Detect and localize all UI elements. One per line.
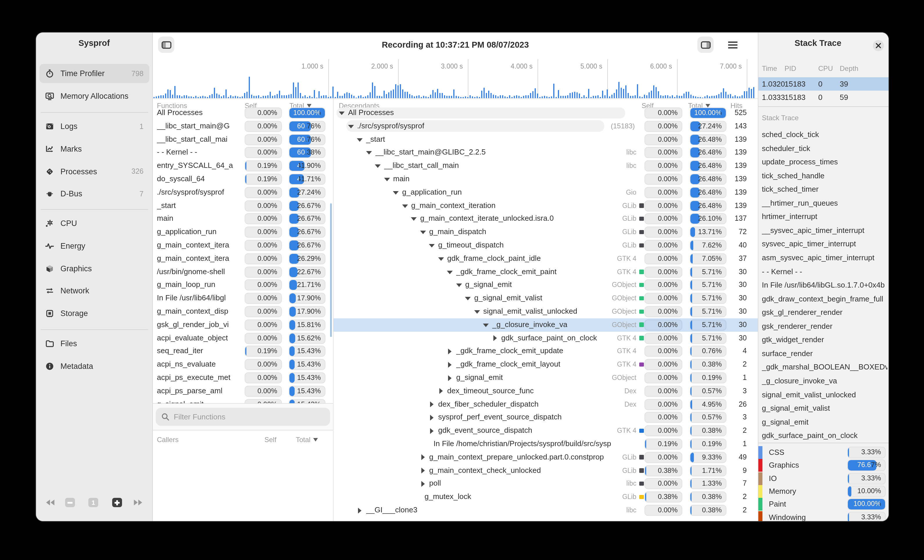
expander-open-icon[interactable] [438, 258, 444, 261]
descendant-row[interactable]: dex_fiber_scheduler_dispatchDex0.00%4.95… [334, 398, 758, 411]
sidebar-item-memory-allocations[interactable]: Memory Allocations [39, 87, 149, 106]
descendant-row[interactable]: g_signal_emitGObject0.00%5.71%5.71%30 [334, 279, 758, 292]
expander-open-icon[interactable] [429, 244, 435, 247]
function-row[interactable]: __libc_start_main@G0.00%60.76%60.76% [153, 120, 333, 133]
expander-closed-icon[interactable] [493, 335, 496, 341]
expander-open-icon[interactable] [483, 323, 489, 327]
samples-depth-header[interactable]: Depth [840, 64, 858, 73]
function-row[interactable]: /usr/bin/gnome-shell0.00%22.67%22.67% [153, 265, 333, 279]
expander-open-icon[interactable] [465, 297, 471, 300]
sidebar-item-d-bus[interactable]: D-Bus7 [39, 184, 149, 204]
expander-closed-icon[interactable] [421, 455, 424, 460]
samples-cpu-header[interactable]: CPU [818, 64, 833, 73]
expander-open-icon[interactable] [366, 151, 372, 155]
expander-open-icon[interactable] [339, 112, 345, 115]
filter-functions-input[interactable]: Filter Functions [156, 408, 330, 426]
sidebar-item-time-profiler[interactable]: Time Profiler798 [39, 64, 149, 83]
sidebar-item-marks[interactable]: Marks [39, 139, 149, 159]
expander-closed-icon[interactable] [430, 415, 434, 421]
stack-frame[interactable]: hrtimer_interrupt [762, 210, 887, 224]
stack-frame[interactable]: __hrtimer_run_queues [762, 196, 887, 210]
function-row[interactable]: main0.00%26.67%26.67% [153, 212, 333, 226]
expander-closed-icon[interactable] [448, 375, 452, 381]
callers-column-header[interactable]: Callers [157, 436, 179, 444]
stack-frame[interactable]: asm_sysvec_apic_timer_interrupt [762, 251, 887, 265]
sample-row[interactable]: 1.032015183039 [758, 77, 888, 91]
descendant-row[interactable]: dex_timeout_source_funcDex0.00%0.57%0.57… [334, 385, 758, 398]
function-row[interactable]: _start0.00%26.67%26.67% [153, 199, 333, 212]
function-row[interactable]: g_signal_emit0.00%15.43%15.43% [153, 398, 333, 403]
expander-closed-icon[interactable] [439, 388, 442, 394]
callers-self-header[interactable]: Self [264, 436, 276, 444]
sidebar-item-storage[interactable]: Storage [39, 304, 149, 323]
descendant-row[interactable]: g_main_context_iterate_unlocked.isra.0GL… [334, 212, 758, 226]
expander-open-icon[interactable] [474, 310, 480, 314]
stack-frame[interactable]: g_signal_emit_valist [762, 401, 887, 415]
close-panel-button[interactable] [873, 40, 884, 51]
stack-frame[interactable]: sysvec_apic_timer_interrupt [762, 237, 887, 251]
descendant-row[interactable]: g_signal_emitGObject0.00%0.19%0.19%1 [334, 371, 758, 385]
expander-open-icon[interactable] [348, 125, 354, 129]
expander-closed-icon[interactable] [358, 508, 362, 513]
descendant-row[interactable]: gdk_surface_paint_on_clockGTK 40.00%5.71… [334, 331, 758, 345]
stack-frame[interactable]: In File /usr/lib64/libGL.so.1.7.0+0x4b [762, 278, 887, 292]
descendant-row[interactable]: ./src/sysprof/sysprof(15183)0.00%27.24%2… [334, 120, 758, 133]
expander-closed-icon[interactable] [421, 468, 424, 473]
descendant-row[interactable]: sysprof_perf_event_source_dispatch0.00%0… [334, 411, 758, 424]
expander-closed-icon[interactable] [448, 362, 452, 367]
expander-closed-icon[interactable] [448, 349, 452, 354]
descendant-row[interactable]: __libc_start_main@GLIBC_2.2.5libc0.00%26… [334, 146, 758, 159]
zoom-in-button[interactable] [112, 498, 122, 507]
expander-open-icon[interactable] [420, 231, 426, 234]
descendant-row[interactable]: _start0.00%26.48%26.48%139 [334, 133, 758, 146]
zoom-out-button[interactable] [65, 498, 75, 507]
sidebar-item-files[interactable]: Files [39, 334, 149, 353]
stack-frame[interactable]: update_process_times [762, 155, 887, 169]
descendant-row[interactable]: __GI___clone3libc0.00%0.38%0.38%2 [334, 504, 758, 517]
descendant-row[interactable]: gdk_frame_clock_paint_idleGTK 40.00%7.05… [334, 252, 758, 265]
expander-open-icon[interactable] [447, 270, 453, 274]
sidebar-item-logs[interactable]: Logs1 [39, 117, 149, 136]
expander-closed-icon[interactable] [421, 481, 424, 487]
descendant-row[interactable]: g_main_context_check_unlockedGLib0.38%0.… [334, 464, 758, 477]
function-row[interactable]: - - Kernel - -0.00%60.38%60.38% [153, 146, 333, 159]
function-row[interactable]: acpi_ps_execute_met0.00%15.43%15.43% [153, 371, 333, 385]
descendant-row[interactable]: g_timeout_dispatchGLib0.00%7.62%7.62%40 [334, 239, 758, 252]
stack-frame[interactable]: _gdk_marshal_BOOLEAN__BOXEDv [762, 361, 887, 374]
stack-frame[interactable]: gsk_renderer_render [762, 319, 887, 333]
descendant-row[interactable]: _gdk_frame_clock_emit_paintGTK 40.00%5.7… [334, 265, 758, 279]
descendant-row[interactable]: g_mutex_lockGLib0.38%0.38%0.38%0.38%2 [334, 490, 758, 504]
descendant-row[interactable]: main0.00%26.48%26.48%139 [334, 172, 758, 186]
stack-frame[interactable]: g_signal_emit [762, 415, 887, 429]
sidebar-item-energy[interactable]: Energy [39, 237, 149, 256]
callers-total-header[interactable]: Total [296, 436, 318, 444]
descendant-row[interactable]: g_main_dispatchGLib0.00%13.71%13.71%72 [334, 225, 758, 239]
descendant-row[interactable]: gdk_event_source_dispatchGTK 40.00%0.38%… [334, 424, 758, 437]
expander-open-icon[interactable] [393, 191, 399, 195]
function-row[interactable]: acpi_ns_evaluate0.00%15.43%15.43% [153, 358, 333, 371]
stack-frame[interactable]: gdk_draw_context_begin_frame_full [762, 292, 887, 305]
stack-frame[interactable]: - - Kernel - - [762, 265, 887, 278]
descendant-row[interactable]: In File /home/christian/Projects/sysprof… [334, 437, 758, 451]
expander-open-icon[interactable] [411, 217, 417, 221]
function-row[interactable]: gsk_gl_render_job_vi0.00%15.81%15.81% [153, 318, 333, 332]
stack-frame[interactable]: _g_closure_invoke_va [762, 374, 887, 388]
stack-frame[interactable]: sched_clock_tick [762, 128, 887, 141]
stack-frame[interactable]: tick_sched_timer [762, 183, 887, 196]
sidebar-item-network[interactable]: Network [39, 281, 149, 301]
function-row[interactable]: do_syscall_640.19%0.19%41.71%41.71% [153, 172, 333, 186]
expander-open-icon[interactable] [402, 204, 408, 208]
descendant-row[interactable]: signal_emit_valist_unlockedGObject0.00%5… [334, 305, 758, 318]
stack-frame[interactable]: signal_emit_valist_unlocked [762, 388, 887, 401]
expander-open-icon[interactable] [456, 284, 462, 287]
descendant-row[interactable]: g_main_context_prepare_unlocked.part.0.c… [334, 451, 758, 464]
function-row[interactable]: g_main_context_disp0.00%17.90%17.90% [153, 305, 333, 318]
descendant-row[interactable]: __libc_start_call_mainlibc0.00%26.48%26.… [334, 159, 758, 172]
function-row[interactable]: __libc_start_call_mai0.00%60.76%60.76% [153, 133, 333, 146]
jump-back-button[interactable] [44, 498, 56, 507]
expander-closed-icon[interactable] [430, 428, 434, 434]
function-row[interactable]: g_main_context_itera0.00%26.67%26.67% [153, 239, 333, 252]
menu-button[interactable] [724, 37, 741, 53]
descendant-row[interactable]: All Processes0.00%100.00%100.00%525 [334, 106, 758, 120]
sidebar-item-cpu[interactable]: CPU [39, 214, 149, 233]
